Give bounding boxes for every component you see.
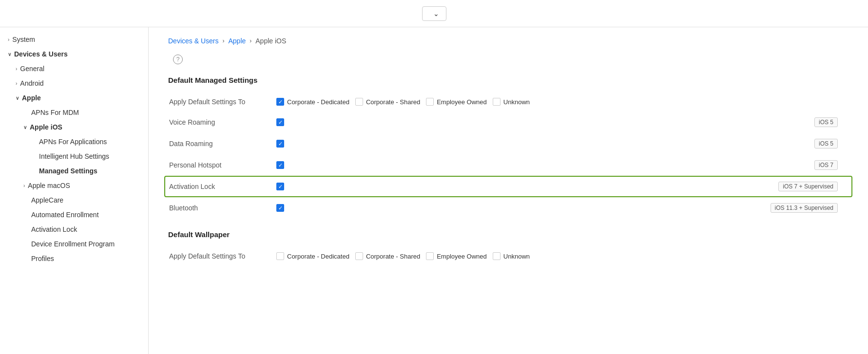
chevron-icon-android: ›	[16, 81, 17, 86]
sidebar-item-applecare[interactable]: AppleCare	[0, 193, 148, 207]
sidebar-label-hub-settings: Intelligent Hub Settings	[39, 152, 109, 160]
checkbox-label-apply-default-wallpaper-2: Employee Owned	[437, 253, 487, 260]
checkbox-label-apply-default-1: Corporate - Shared	[366, 98, 420, 106]
row-controls-apply-default-wallpaper: Corporate - DedicatedCorporate - SharedE…	[276, 252, 848, 260]
row-label-bluetooth: Bluetooth	[169, 204, 276, 212]
chevron-icon-apple-macos: ›	[23, 183, 25, 188]
row-controls-data-roaming: iOS 5	[276, 139, 848, 149]
sidebar-label-managed-settings: Managed Settings	[39, 167, 97, 175]
row-label-data-roaming: Data Roaming	[169, 140, 276, 148]
settings-row-voice-roaming: Voice RoamingiOS 5	[168, 112, 849, 133]
checkbox-wrapper-data-roaming[interactable]	[276, 140, 284, 148]
sections-container: Default Managed SettingsApply Default Se…	[168, 76, 849, 266]
sidebar-item-managed-settings[interactable]: Managed Settings	[0, 164, 148, 178]
sidebar-item-profiles[interactable]: Profiles	[0, 251, 148, 266]
checkbox-label-apply-default-2: Employee Owned	[437, 98, 487, 106]
checkbox-wrapper-apply-default-wallpaper-1[interactable]: Corporate - Shared	[355, 252, 420, 260]
sidebar-label-android: Android	[20, 79, 43, 87]
chevron-icon-system: ›	[8, 37, 9, 42]
help-icon[interactable]: ?	[173, 55, 183, 64]
checkbox-wrapper-bluetooth[interactable]	[276, 204, 284, 212]
sidebar-item-apns-mdm[interactable]: APNs For MDM	[0, 105, 148, 120]
badge-data-roaming: iOS 5	[814, 139, 838, 149]
row-label-apply-default: Apply Default Settings To	[169, 98, 276, 106]
sidebar-item-hub-settings[interactable]: Intelligent Hub Settings	[0, 149, 148, 164]
sidebar-item-android[interactable]: ›Android	[0, 76, 148, 91]
sidebar-label-apple: Apple	[22, 94, 41, 102]
checkbox-wrapper-voice-roaming[interactable]	[276, 118, 284, 126]
settings-row-activation-lock: Activation LockiOS 7 + Supervised	[164, 176, 852, 197]
checkbox-bluetooth[interactable]	[276, 204, 284, 212]
checkbox-wrapper-apply-default-wallpaper-3[interactable]: Unknown	[493, 252, 530, 260]
sidebar-label-apns-mdm: APNs For MDM	[31, 109, 79, 116]
chevron-down-icon: ⌄	[433, 10, 439, 18]
checkbox-apply-default-wallpaper-1[interactable]	[355, 252, 363, 260]
header: ⌄	[0, 0, 868, 27]
checkbox-wrapper-apply-default-0[interactable]: Corporate - Dedicated	[276, 98, 349, 106]
sidebar-item-apple-macos[interactable]: ›Apple macOS	[0, 178, 148, 193]
checkbox-apply-default-wallpaper-0[interactable]	[276, 252, 284, 260]
sidebar-label-general: General	[20, 65, 44, 73]
sidebar-item-activation-lock[interactable]: Activation Lock	[0, 222, 148, 237]
org-dropdown[interactable]: ⌄	[422, 6, 446, 21]
row-controls-activation-lock: iOS 7 + Supervised	[276, 182, 848, 191]
checkbox-apply-default-2[interactable]	[426, 98, 434, 106]
checkbox-wrapper-apply-default-3[interactable]: Unknown	[493, 98, 530, 106]
badge-voice-roaming: iOS 5	[814, 117, 838, 127]
sidebar-label-apple-ios: Apple iOS	[30, 123, 62, 131]
section-default-wallpaper: Default WallpaperApply Default Settings …	[168, 230, 849, 266]
checkbox-wrapper-activation-lock[interactable]	[276, 183, 284, 190]
sidebar-item-device-enrollment[interactable]: Device Enrollment Program	[0, 237, 148, 251]
sidebar-label-apple-macos: Apple macOS	[28, 182, 70, 189]
checkbox-activation-lock[interactable]	[276, 183, 284, 190]
sidebar-label-applecare: AppleCare	[31, 196, 63, 204]
sidebar-item-automated-enrollment[interactable]: Automated Enrollment	[0, 207, 148, 222]
checkbox-wrapper-personal-hotspot[interactable]	[276, 161, 284, 169]
checkbox-apply-default-wallpaper-3[interactable]	[493, 252, 501, 260]
chevron-icon-apple-ios: ∨	[23, 125, 27, 130]
sidebar-item-system[interactable]: ›System	[0, 32, 148, 47]
checkbox-voice-roaming[interactable]	[276, 118, 284, 126]
checkbox-data-roaming[interactable]	[276, 140, 284, 148]
section-title-default-managed: Default Managed Settings	[168, 76, 849, 84]
checkbox-apply-default-1[interactable]	[355, 98, 363, 106]
checkbox-wrapper-apply-default-wallpaper-0[interactable]: Corporate - Dedicated	[276, 252, 349, 260]
sidebar-item-apple[interactable]: ∨Apple	[0, 91, 148, 105]
checkbox-apply-default-0[interactable]	[276, 98, 284, 106]
checkbox-apply-default-wallpaper-2[interactable]	[426, 252, 434, 260]
checkbox-label-apply-default-3: Unknown	[503, 98, 530, 106]
chevron-icon-devices-users: ∨	[8, 52, 11, 57]
sidebar-label-devices-users: Devices & Users	[14, 50, 68, 58]
settings-row-personal-hotspot: Personal HotspotiOS 7	[168, 154, 849, 176]
sidebar-item-apple-ios[interactable]: ∨Apple iOS	[0, 120, 148, 134]
checkbox-apply-default-3[interactable]	[493, 98, 501, 106]
row-label-activation-lock: Activation Lock	[169, 183, 276, 190]
sidebar-item-general[interactable]: ›General	[0, 61, 148, 76]
breadcrumb: Devices & Users › Apple › Apple iOS	[168, 37, 849, 45]
breadcrumb-devices-users[interactable]: Devices & Users	[168, 37, 218, 45]
sidebar-item-devices-users[interactable]: ∨Devices & Users	[0, 47, 148, 61]
settings-row-data-roaming: Data RoamingiOS 5	[168, 133, 849, 154]
main-layout: ›System∨Devices & Users›General›Android∨…	[0, 27, 868, 354]
page-title-row: ?	[168, 55, 849, 64]
checkbox-wrapper-apply-default-1[interactable]: Corporate - Shared	[355, 98, 420, 106]
breadcrumb-apple[interactable]: Apple	[228, 37, 246, 45]
row-controls-voice-roaming: iOS 5	[276, 117, 848, 127]
chevron-icon-general: ›	[16, 66, 17, 72]
sidebar-label-profiles: Profiles	[31, 255, 54, 262]
checkbox-label-apply-default-wallpaper-1: Corporate - Shared	[366, 253, 420, 260]
badge-activation-lock: iOS 7 + Supervised	[778, 182, 838, 191]
row-controls-personal-hotspot: iOS 7	[276, 160, 848, 170]
checkbox-label-apply-default-0: Corporate - Dedicated	[287, 98, 349, 106]
row-label-apply-default-wallpaper: Apply Default Settings To	[169, 252, 276, 260]
checkbox-personal-hotspot[interactable]	[276, 161, 284, 169]
sidebar-label-system: System	[12, 36, 35, 43]
sidebar-label-automated-enrollment: Automated Enrollment	[31, 211, 99, 219]
checkbox-wrapper-apply-default-2[interactable]: Employee Owned	[426, 98, 487, 106]
sidebar-item-apns-apps[interactable]: APNs For Applications	[0, 134, 148, 149]
content-area: Devices & Users › Apple › Apple iOS ? De…	[149, 27, 868, 354]
breadcrumb-sep-2: ›	[250, 37, 251, 44]
checkbox-wrapper-apply-default-wallpaper-2[interactable]: Employee Owned	[426, 252, 487, 260]
sidebar-label-activation-lock: Activation Lock	[31, 225, 77, 233]
settings-row-apply-default: Apply Default Settings ToCorporate - Ded…	[168, 92, 849, 112]
